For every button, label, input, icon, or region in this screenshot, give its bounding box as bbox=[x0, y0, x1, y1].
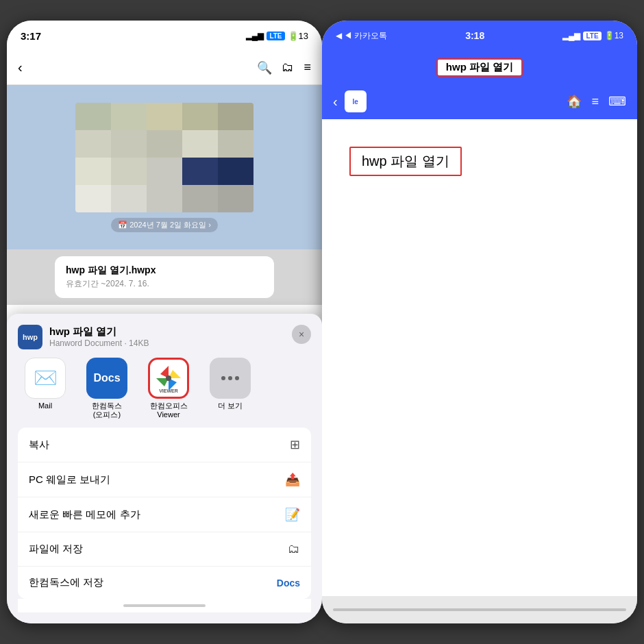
date-badge: 📅 2024년 7월 2일 화요일 › bbox=[111, 218, 218, 232]
app-item-mail[interactable]: ✉️ Mail bbox=[18, 358, 73, 419]
mail-app-label: Mail bbox=[38, 401, 52, 410]
menu-item-save-docs[interactable]: 한컴독스에 저장 Docs bbox=[18, 567, 311, 599]
share-title: hwp 파일 열기 bbox=[49, 325, 149, 338]
menu-label-save-file: 파일에 저장 bbox=[29, 543, 83, 556]
mosaic-image bbox=[75, 103, 253, 212]
time-right: 3:18 bbox=[465, 30, 484, 41]
viewer-app-label: 한컴오피스Viewer bbox=[150, 401, 188, 419]
menu-item-quick-memo[interactable]: 새로운 빠른 메모에 추가 📝 bbox=[18, 497, 311, 532]
viewer-logo: Ie bbox=[345, 90, 367, 112]
menu-label-save-docs: 한컴독스에 저장 bbox=[29, 576, 103, 589]
title-bar-right: hwp 파일 열기 bbox=[322, 51, 637, 84]
time-left: 3:17 bbox=[21, 30, 41, 42]
document-content: hwp 파일 열기 bbox=[322, 119, 637, 596]
viewer-app-icon: VIEWER bbox=[148, 358, 189, 399]
menu-label-send-pc: PC 웨일로 보내기 bbox=[29, 473, 110, 486]
search-icon[interactable]: 🔍 bbox=[257, 60, 272, 75]
share-title-area: hwp hwp 파일 열기 Hanword Document · 14KB bbox=[18, 325, 149, 349]
chat-content: 📅 2024년 7월 2일 화요일 › bbox=[7, 85, 322, 249]
status-bar-left: 3:17 ▂▄▆ LTE 🔋13 bbox=[7, 21, 322, 51]
page-title-right: hwp 파일 열기 bbox=[446, 61, 513, 73]
app-item-viewer[interactable]: VIEWER 한컴오피스Viewer bbox=[141, 358, 196, 419]
battery-right: 🔋13 bbox=[604, 31, 623, 40]
menu-label-quick-memo: 새로운 빠른 메모에 추가 bbox=[29, 508, 140, 521]
menu-label-copy: 복사 bbox=[29, 438, 49, 451]
lte-badge-right: LTE bbox=[583, 32, 601, 40]
document-scrollbar[interactable] bbox=[322, 596, 637, 623]
viewer-home-icon[interactable]: 🏠 bbox=[567, 94, 582, 109]
app-item-more[interactable]: 더 보기 bbox=[203, 358, 258, 419]
more-app-label: 더 보기 bbox=[218, 401, 243, 410]
docs-app-label: 한컴독스(오피스) bbox=[92, 401, 122, 419]
home-indicator-left bbox=[18, 599, 311, 612]
app-icons-row: ✉️ Mail Docs 한컴독스(오피스) bbox=[18, 358, 311, 419]
hwp-file-icon: hwp bbox=[18, 325, 42, 349]
copy-icon: ⊞ bbox=[290, 437, 300, 452]
file-bubble-title: hwp 파일 열기.hwpx bbox=[66, 264, 263, 277]
signal-right: ▂▄▆ bbox=[562, 31, 581, 40]
app-item-docs[interactable]: Docs 한컴독스(오피스) bbox=[79, 358, 134, 419]
menu-icon[interactable]: ≡ bbox=[304, 60, 311, 75]
menu-item-send-pc[interactable]: PC 웨일로 보내기 📤 bbox=[18, 462, 311, 497]
file-bubble-area: hwp 파일 열기.hwpx 유효기간 ~2024. 7. 16. bbox=[7, 249, 322, 305]
menu-item-save-file[interactable]: 파일에 저장 🗂 bbox=[18, 532, 311, 567]
docs-icon-text: Docs bbox=[93, 372, 120, 384]
signal-left: ▂▄▆ bbox=[246, 31, 264, 40]
viewer-back-button[interactable]: ‹ bbox=[333, 94, 338, 110]
svg-text:VIEWER: VIEWER bbox=[159, 388, 178, 393]
kakao-back-link[interactable]: ◀ ◀ 카카오톡 bbox=[336, 30, 387, 42]
menu-list: 복사 ⊞ PC 웨일로 보내기 📤 새로운 빠른 메모에 추가 📝 파일에 저장… bbox=[18, 428, 311, 599]
file-bubble-sub: 유효기간 ~2024. 7. 16. bbox=[66, 278, 263, 290]
doc-title-text: hwp 파일 열기 bbox=[362, 153, 449, 169]
scroll-track bbox=[333, 608, 626, 611]
back-arrow-left[interactable]: ‹ bbox=[18, 60, 23, 75]
quick-memo-icon: 📝 bbox=[285, 507, 300, 522]
right-phone: ◀ ◀ 카카오톡 3:18 ▂▄▆ LTE 🔋13 hwp 파일 열기 ‹ Ie bbox=[322, 21, 637, 623]
share-sheet: hwp hwp 파일 열기 Hanword Document · 14KB × … bbox=[7, 314, 322, 623]
save-file-icon: 🗂 bbox=[288, 542, 300, 556]
doc-title-box: hwp 파일 열기 bbox=[349, 147, 462, 176]
status-bar-right: ◀ ◀ 카카오톡 3:18 ▂▄▆ LTE 🔋13 bbox=[322, 21, 637, 51]
share-subtitle: Hanword Document · 14KB bbox=[49, 338, 149, 348]
more-app-icon bbox=[210, 358, 251, 399]
home-bar-left bbox=[123, 604, 206, 607]
archive-icon[interactable]: 🗂 bbox=[282, 60, 294, 75]
battery-left: 🔋13 bbox=[288, 31, 308, 41]
title-highlight-box: hwp 파일 열기 bbox=[436, 58, 523, 77]
chat-header: ‹ 🔍 🗂 ≡ bbox=[7, 51, 322, 85]
lte-badge-left: LTE bbox=[267, 32, 284, 40]
viewer-menu-icon[interactable]: ≡ bbox=[591, 95, 599, 109]
left-phone: 3:17 ▂▄▆ LTE 🔋13 ‹ 🔍 🗂 ≡ bbox=[7, 21, 322, 623]
save-docs-icon: Docs bbox=[277, 578, 300, 589]
menu-item-copy[interactable]: 복사 ⊞ bbox=[18, 428, 311, 462]
viewer-keyboard-icon[interactable]: ⌨ bbox=[608, 94, 626, 109]
docs-app-icon: Docs bbox=[86, 358, 127, 399]
svg-point-4 bbox=[166, 375, 171, 381]
more-dots-icon bbox=[221, 376, 239, 380]
mail-app-icon: ✉️ bbox=[25, 358, 66, 399]
viewer-nav: ‹ Ie 🏠 ≡ ⌨ bbox=[322, 84, 637, 119]
send-pc-icon: 📤 bbox=[285, 472, 300, 487]
close-button[interactable]: × bbox=[292, 325, 311, 344]
file-bubble[interactable]: hwp 파일 열기.hwpx 유효기간 ~2024. 7. 16. bbox=[55, 256, 274, 298]
viewer-windmill-svg: VIEWER bbox=[153, 363, 184, 393]
